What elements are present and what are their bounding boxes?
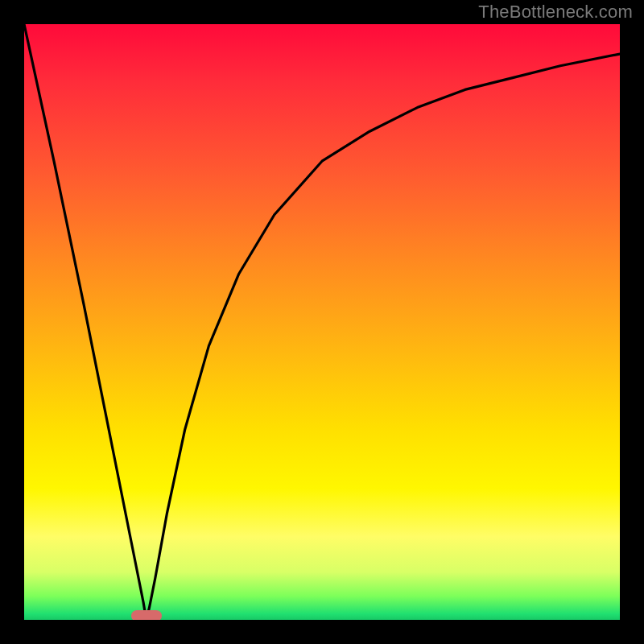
min-marker: [131, 610, 162, 620]
watermark-text: TheBottleneck.com: [478, 2, 633, 23]
curve-path: [24, 24, 620, 620]
plot-area: [24, 24, 620, 620]
frame: TheBottleneck.com: [0, 0, 644, 644]
bottleneck-curve: [24, 24, 620, 620]
